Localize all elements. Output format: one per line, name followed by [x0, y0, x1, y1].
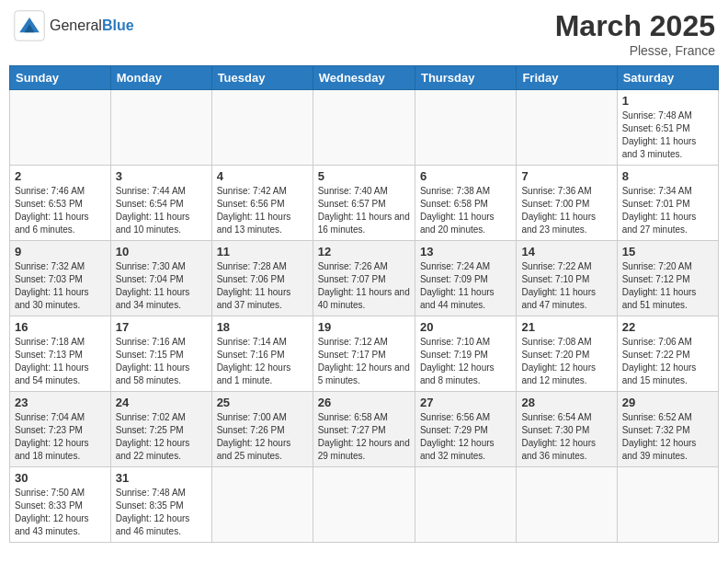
weekday-header-row: Sunday Monday Tuesday Wednesday Thursday… [10, 66, 719, 90]
week-row-5: 23 Sunrise: 7:04 AMSunset: 7:23 PMDaylig… [10, 392, 719, 467]
day-21: 21 Sunrise: 7:08 AMSunset: 7:20 PMDaylig… [517, 316, 617, 392]
empty-cell [211, 90, 313, 166]
day-30: 30 Sunrise: 7:50 AMSunset: 8:33 PMDaylig… [10, 467, 111, 543]
day-12: 12 Sunrise: 7:26 AMSunset: 7:07 PMDaylig… [313, 241, 415, 316]
day-6: 6 Sunrise: 7:38 AMSunset: 6:58 PMDayligh… [415, 166, 516, 241]
day-22: 22 Sunrise: 7:06 AMSunset: 7:22 PMDaylig… [617, 316, 718, 392]
empty-cell [211, 467, 313, 543]
empty-cell [617, 467, 718, 543]
day-27: 27 Sunrise: 6:56 AMSunset: 7:29 PMDaylig… [415, 392, 516, 467]
header-tuesday: Tuesday [211, 66, 313, 90]
week-row-6: 30 Sunrise: 7:50 AMSunset: 8:33 PMDaylig… [10, 467, 719, 543]
day-20: 20 Sunrise: 7:10 AMSunset: 7:19 PMDaylig… [415, 316, 516, 392]
header-saturday: Saturday [617, 66, 718, 90]
logo-icon [13, 9, 46, 42]
day-3: 3 Sunrise: 7:44 AMSunset: 6:54 PMDayligh… [110, 166, 211, 241]
header-thursday: Thursday [415, 66, 516, 90]
header-wednesday: Wednesday [313, 66, 415, 90]
day-9: 9 Sunrise: 7:32 AMSunset: 7:03 PMDayligh… [10, 241, 111, 316]
month-title: March 2025 [555, 9, 715, 43]
empty-cell [517, 467, 617, 543]
day-2: 2 Sunrise: 7:46 AMSunset: 6:53 PMDayligh… [10, 166, 111, 241]
day-29: 29 Sunrise: 6:52 AMSunset: 7:32 PMDaylig… [617, 392, 718, 467]
day-26: 26 Sunrise: 6:58 AMSunset: 7:27 PMDaylig… [313, 392, 415, 467]
day-1: 1 Sunrise: 7:48 AMSunset: 6:51 PMDayligh… [617, 90, 718, 166]
day-25: 25 Sunrise: 7:00 AMSunset: 7:26 PMDaylig… [211, 392, 313, 467]
week-row-2: 2 Sunrise: 7:46 AMSunset: 6:53 PMDayligh… [10, 166, 719, 241]
day-10: 10 Sunrise: 7:30 AMSunset: 7:04 PMDaylig… [110, 241, 211, 316]
day-17: 17 Sunrise: 7:16 AMSunset: 7:15 PMDaylig… [110, 316, 211, 392]
day-24: 24 Sunrise: 7:02 AMSunset: 7:25 PMDaylig… [110, 392, 211, 467]
day-18: 18 Sunrise: 7:14 AMSunset: 7:16 PMDaylig… [211, 316, 313, 392]
empty-cell [313, 467, 415, 543]
logo: GeneralBlue [13, 9, 134, 42]
logo-text: GeneralBlue [50, 17, 134, 34]
header-friday: Friday [517, 66, 617, 90]
day-13: 13 Sunrise: 7:24 AMSunset: 7:09 PMDaylig… [415, 241, 516, 316]
empty-cell [10, 90, 111, 166]
week-row-1: 1 Sunrise: 7:48 AMSunset: 6:51 PMDayligh… [10, 90, 719, 166]
week-row-3: 9 Sunrise: 7:32 AMSunset: 7:03 PMDayligh… [10, 241, 719, 316]
empty-cell [313, 90, 415, 166]
calendar: Sunday Monday Tuesday Wednesday Thursday… [9, 65, 719, 543]
day-28: 28 Sunrise: 6:54 AMSunset: 7:30 PMDaylig… [517, 392, 617, 467]
day-23: 23 Sunrise: 7:04 AMSunset: 7:23 PMDaylig… [10, 392, 111, 467]
empty-cell [415, 467, 516, 543]
day-8: 8 Sunrise: 7:34 AMSunset: 7:01 PMDayligh… [617, 166, 718, 241]
day-15: 15 Sunrise: 7:20 AMSunset: 7:12 PMDaylig… [617, 241, 718, 316]
day-16: 16 Sunrise: 7:18 AMSunset: 7:13 PMDaylig… [10, 316, 111, 392]
empty-cell [110, 90, 211, 166]
title-block: March 2025 Plesse, France [555, 9, 715, 58]
day-4: 4 Sunrise: 7:42 AMSunset: 6:56 PMDayligh… [211, 166, 313, 241]
header-monday: Monday [110, 66, 211, 90]
day-19: 19 Sunrise: 7:12 AMSunset: 7:17 PMDaylig… [313, 316, 415, 392]
empty-cell [415, 90, 516, 166]
day-7: 7 Sunrise: 7:36 AMSunset: 7:00 PMDayligh… [517, 166, 617, 241]
location: Plesse, France [555, 43, 715, 58]
day-5: 5 Sunrise: 7:40 AMSunset: 6:57 PMDayligh… [313, 166, 415, 241]
day-14: 14 Sunrise: 7:22 AMSunset: 7:10 PMDaylig… [517, 241, 617, 316]
header-sunday: Sunday [10, 66, 111, 90]
day-11: 11 Sunrise: 7:28 AMSunset: 7:06 PMDaylig… [211, 241, 313, 316]
empty-cell [517, 90, 617, 166]
week-row-4: 16 Sunrise: 7:18 AMSunset: 7:13 PMDaylig… [10, 316, 719, 392]
page-header: GeneralBlue March 2025 Plesse, France [9, 9, 719, 58]
day-31: 31 Sunrise: 7:48 AMSunset: 8:35 PMDaylig… [110, 467, 211, 543]
